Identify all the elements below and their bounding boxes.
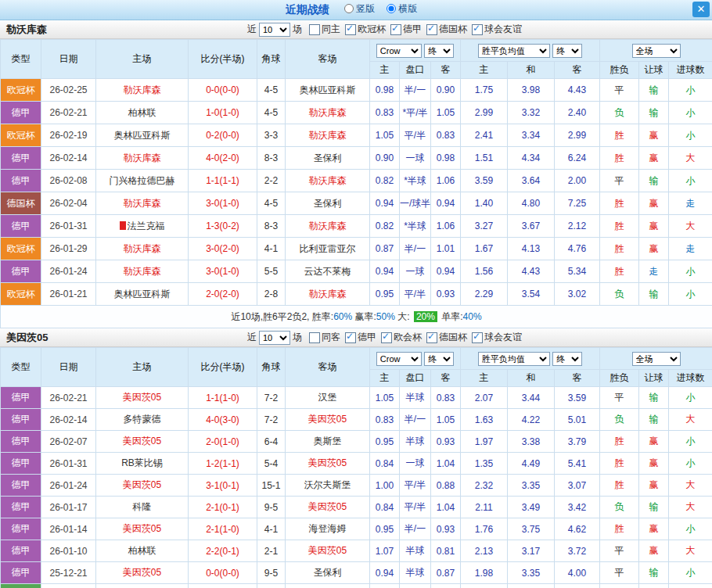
- table-header-row: 类型 日期 主场 比分(半场) 角球 客场 Crow 终 胜平负均值 终 全场: [1, 348, 712, 370]
- home-team[interactable]: 勒沃库森: [96, 147, 189, 170]
- avg-draw-odds: 3.49: [508, 497, 555, 518]
- away-team[interactable]: 美因茨05: [286, 497, 370, 518]
- home-team[interactable]: 科隆: [96, 497, 189, 518]
- home-team[interactable]: 多特蒙德: [96, 409, 189, 431]
- close-button[interactable]: ✕: [692, 2, 710, 17]
- away-team[interactable]: 美因茨05: [286, 453, 370, 475]
- league-filter-checkbox[interactable]: 德国杯: [426, 23, 467, 36]
- away-team[interactable]: 比利亚雷亚尔: [286, 238, 370, 260]
- result-outcome: 胜: [600, 431, 639, 453]
- handicap: 平/半: [400, 497, 431, 518]
- home-team[interactable]: 勒沃库森: [96, 192, 189, 215]
- subcol-header: 客: [431, 370, 461, 387]
- league-filter-checkbox[interactable]: 德甲: [390, 23, 422, 36]
- avg-lose-odds: 4.00: [555, 562, 600, 584]
- avg-lose-odds: 2.40: [555, 102, 600, 124]
- league-filter-checkbox[interactable]: 德国杯: [426, 331, 467, 344]
- away-team[interactable]: 美因茨05: [286, 540, 370, 562]
- league-filter-checkbox[interactable]: 球会友谊: [472, 23, 522, 36]
- avg-win-odds: 2.11: [461, 497, 508, 518]
- league-badge: 德甲: [1, 387, 41, 409]
- layout-vertical-radio[interactable]: [344, 4, 354, 13]
- away-team[interactable]: 海登海姆: [286, 518, 370, 540]
- away-team[interactable]: 奥林匹亚科斯: [286, 79, 370, 102]
- checkbox-icon: [309, 332, 320, 343]
- layout-horizontal-radio[interactable]: [387, 4, 396, 13]
- corner-score: 2-2: [257, 170, 286, 192]
- score: 4-0(2-0): [189, 147, 257, 170]
- games-label: 场: [293, 331, 302, 344]
- home-team[interactable]: 美因茨05: [96, 431, 189, 453]
- league-filter-checkbox[interactable]: 德甲: [345, 331, 376, 344]
- odds-home: 0.84: [370, 497, 400, 518]
- home-team[interactable]: 法兰克福: [96, 215, 189, 238]
- corner-score: 5-5: [257, 260, 286, 283]
- layout-vertical-label: 竖版: [356, 2, 375, 16]
- away-team[interactable]: 圣保利: [286, 147, 370, 170]
- odds-book-select[interactable]: Crow: [376, 44, 422, 58]
- handicap: 平/半: [400, 475, 431, 497]
- avg-draw-odds: 3.54: [508, 283, 555, 306]
- corner-score: 7-2: [257, 387, 286, 409]
- odds-away: 0.94: [431, 260, 461, 283]
- home-team[interactable]: 柏林联: [96, 102, 189, 124]
- home-team[interactable]: 勒沃库森: [96, 260, 189, 283]
- away-team[interactable]: 勒沃库森: [286, 124, 370, 147]
- odds-away: 1.05: [431, 102, 461, 124]
- away-team[interactable]: 萨姆士邦: [286, 584, 370, 588]
- score: 1-3(0-2): [189, 215, 257, 238]
- away-team[interactable]: 勒沃库森: [286, 170, 370, 192]
- away-team[interactable]: 云达不莱梅: [286, 260, 370, 283]
- avg-type-select[interactable]: 胜平负均值: [478, 44, 550, 58]
- home-team[interactable]: 美因茨05: [96, 518, 189, 540]
- league-badge: 欧冠杯: [1, 238, 41, 260]
- avg-final-select[interactable]: 终: [552, 44, 582, 58]
- odds-book-select[interactable]: Crow: [376, 352, 422, 366]
- home-team[interactable]: 柏林联: [96, 540, 189, 562]
- scope-select[interactable]: 全场: [632, 352, 681, 366]
- same-venue-checkbox[interactable]: 同主: [309, 23, 340, 36]
- league-badge: 德甲: [1, 431, 41, 453]
- away-team[interactable]: 奥斯堡: [286, 431, 370, 453]
- away-team[interactable]: 勒沃库森: [286, 102, 370, 124]
- home-team[interactable]: 勒沃库森: [96, 79, 189, 102]
- odds-home: 1.05: [370, 124, 400, 147]
- scope-select[interactable]: 全场: [632, 44, 681, 58]
- handicap: *平/半: [400, 102, 431, 124]
- away-team[interactable]: 沃尔夫斯堡: [286, 475, 370, 497]
- away-team[interactable]: 圣保利: [286, 192, 370, 215]
- league-filter-checkbox[interactable]: 欧冠杯: [345, 23, 386, 36]
- home-team[interactable]: 门兴格拉德巴赫: [96, 170, 189, 192]
- home-team[interactable]: 勒沃库森: [96, 238, 189, 260]
- league-filter-checkbox[interactable]: 欧会杯: [381, 331, 422, 344]
- home-team[interactable]: 奥林匹亚科斯: [96, 124, 189, 147]
- handicap: 一/球半: [400, 192, 431, 215]
- home-team[interactable]: 奥林匹亚科斯: [96, 283, 189, 306]
- home-team[interactable]: 美因茨05: [96, 475, 189, 497]
- subcol-header: 胜负: [600, 370, 639, 387]
- handicap: 平/半: [400, 283, 431, 306]
- match-count-select[interactable]: 10: [259, 23, 290, 37]
- odds-final-select[interactable]: 终: [424, 44, 454, 58]
- away-team[interactable]: 汉堡: [286, 387, 370, 409]
- away-team[interactable]: 美因茨05: [286, 409, 370, 431]
- layout-horizontal-option[interactable]: 横版: [387, 2, 417, 16]
- away-team[interactable]: 勒沃库森: [286, 283, 370, 306]
- away-team[interactable]: 圣保利: [286, 562, 370, 584]
- avg-final-select[interactable]: 终: [552, 352, 582, 366]
- avg-win-odds: 1.40: [461, 192, 508, 215]
- home-team[interactable]: 美因茨05: [96, 387, 189, 409]
- layout-vertical-option[interactable]: 竖版: [344, 2, 375, 16]
- corner-score: 15-1: [257, 475, 286, 497]
- result-handicap: 赢: [639, 584, 669, 588]
- home-team[interactable]: 美因茨05: [96, 562, 189, 584]
- home-team[interactable]: 美因茨05: [96, 584, 189, 588]
- subcol-header: 让球: [639, 62, 669, 79]
- avg-type-select[interactable]: 胜平负均值: [478, 352, 550, 366]
- match-count-select[interactable]: 10: [259, 331, 290, 345]
- away-team[interactable]: 勒沃库森: [286, 215, 370, 238]
- odds-final-select[interactable]: 终: [424, 352, 454, 366]
- league-filter-checkbox[interactable]: 球会友谊: [472, 331, 522, 344]
- same-venue-checkbox[interactable]: 同客: [309, 331, 340, 344]
- home-team[interactable]: RB莱比锡: [96, 453, 189, 475]
